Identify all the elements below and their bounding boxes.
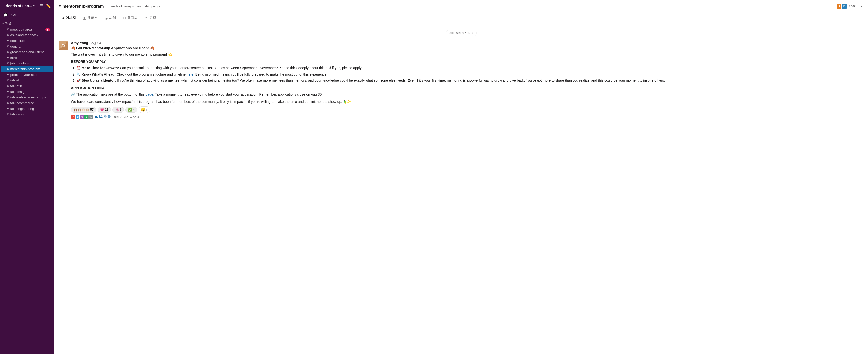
channel-label: talk-ecommerce xyxy=(10,101,34,105)
messages-tab-label: 메시지 xyxy=(66,16,76,20)
sender-name[interactable]: Amy Yang xyxy=(71,41,88,45)
unread-badge: 8 xyxy=(45,28,50,31)
bookmarks-tab-label: 책갈피 xyxy=(127,16,138,20)
workspace-name-text: Friends of Len... xyxy=(3,4,32,8)
hash-icon: # xyxy=(7,107,9,110)
list-item-1: ⏰ Make Time for Growth: Can you commit t… xyxy=(76,66,864,71)
reaction-clapping[interactable]: 🙌🏾🙌🏽🙌🏻🙌🏼 57 xyxy=(71,107,96,112)
sender-avatar[interactable]: AY xyxy=(59,41,68,50)
member-count: 1,564 xyxy=(848,4,857,8)
sidebar-header: Friends of Len... ▾ ☰ ✏️ xyxy=(0,0,54,11)
workspace-chevron-icon: ▾ xyxy=(33,4,34,7)
sidebar-item-talk-design[interactable]: #talk-design xyxy=(1,89,53,95)
workspace-name[interactable]: Friends of Len... ▾ xyxy=(3,4,34,8)
date-pill[interactable]: 8월 20일 화요일 ▾ xyxy=(445,30,477,36)
reaction-heart-emoji: 💗 xyxy=(100,108,104,111)
reaction-check-emoji: ✅ xyxy=(128,108,132,111)
list-item-2: 🔍 Know What's Ahead: Check out the progr… xyxy=(76,72,864,77)
sidebar-item-meet-bay-area[interactable]: #meet-bay-area8 xyxy=(1,27,53,32)
date-divider: 8월 20일 화요일 ▾ xyxy=(54,30,868,36)
sidebar-item-talk-b2b[interactable]: #talk-b2b xyxy=(1,83,53,89)
sidebar-threads-item[interactable]: 💬 스레드 xyxy=(0,11,54,19)
avatar-stack: A B xyxy=(837,3,847,9)
hash-icon: # xyxy=(7,44,9,48)
sidebar-item-job-openings[interactable]: #job-openings xyxy=(1,61,53,66)
app-links-header: APPLICATION LINKS: xyxy=(71,86,106,90)
channel-label: book-club xyxy=(10,39,25,43)
sidebar-item-talk-ai[interactable]: #talk-ai xyxy=(1,77,53,83)
messages-tab-icon: ● xyxy=(62,16,64,20)
tab-bookmarks[interactable]: ⊟ 책갈피 xyxy=(120,13,141,23)
reaction-clapping-emoji: 🙌🏾🙌🏽🙌🏻🙌🏼 xyxy=(73,108,89,111)
hash-icon: # xyxy=(7,73,9,77)
reaction-check[interactable]: ✅ 4 xyxy=(125,107,137,112)
date-label: 8월 20일 화요일 xyxy=(449,31,471,35)
message-row: AY Amy Yang 오전 1:45 🍂 Fall 2024 Mentorsh… xyxy=(54,39,868,121)
member-avatars-group[interactable]: A B 1,564 xyxy=(837,3,857,9)
sidebar-item-general[interactable]: #general xyxy=(1,43,53,49)
tab-files[interactable]: ◎ 파일 xyxy=(101,13,120,23)
hash-symbol: # xyxy=(59,4,61,9)
topbar: # mentorship-program Friends of Lenny's … xyxy=(54,0,868,13)
channel-label: intros xyxy=(10,56,19,60)
channel-label: talk-early-stage-startups xyxy=(10,96,46,99)
tabs-bar: ● 메시지 ◫ 캔버스 ◎ 파일 ⊟ 책갈피 ✦ 고정 xyxy=(54,13,868,23)
hash-icon: # xyxy=(7,56,9,60)
canvas-tab-label: 캔버스 xyxy=(88,16,98,20)
reaction-heart-count: 12 xyxy=(105,108,108,111)
channel-label: asks-and-feedback xyxy=(10,33,38,37)
sidebar-item-talk-early-stage-startups[interactable]: #talk-early-stage-startups xyxy=(1,95,53,100)
main-panel: # mentorship-program Friends of Lenny's … xyxy=(54,0,868,354)
tab-messages[interactable]: ● 메시지 xyxy=(59,13,80,23)
before-you-apply-header: BEFORE YOU APPLY: xyxy=(71,60,107,64)
files-tab-icon: ◎ xyxy=(105,16,108,20)
reaction-unicorn-count: 6 xyxy=(120,108,122,111)
reply-count-label[interactable]: 9개의 댓글 xyxy=(95,115,111,119)
sidebar-header-icons: ☰ ✏️ xyxy=(40,3,51,8)
hash-icon: # xyxy=(7,112,9,116)
message-header: Amy Yang 오전 1:45 xyxy=(71,41,864,45)
channel-label: job-openings xyxy=(10,62,29,65)
app-links-body: 🔗 The application links are at the botto… xyxy=(71,92,864,97)
replies-row[interactable]: A B C D +1 9개의 댓글 29일 전 마지막 댓글 xyxy=(71,114,864,120)
reactions-row: 🙌🏾🙌🏽🙌🏻🙌🏼 57 💗 12 🦄 6 ✅ 4 xyxy=(71,106,864,113)
add-reaction-button[interactable]: 😊+ xyxy=(138,106,150,113)
channel-label: great-reads-and-listens xyxy=(10,50,44,54)
avatar-2: B xyxy=(841,3,847,9)
reaction-unicorn[interactable]: 🦄 6 xyxy=(113,107,124,112)
sidebar-item-talk-engineering[interactable]: #talk-engineering xyxy=(1,106,53,111)
channel-label: general xyxy=(10,44,22,48)
sidebar-item-promote-your-stuff[interactable]: #promote-your-stuff xyxy=(1,72,53,77)
sidebar-item-intros[interactable]: #intros xyxy=(1,55,53,61)
tab-pinned[interactable]: ✦ 고정 xyxy=(141,13,159,23)
channels-section-header[interactable]: ▾ 채널 xyxy=(0,19,54,27)
channel-label: talk-b2b xyxy=(10,84,22,88)
here-link[interactable]: here xyxy=(187,72,193,76)
sidebar-item-book-club[interactable]: #book-club xyxy=(1,38,53,43)
sidebar-item-mentorship-program[interactable]: #mentorship-program xyxy=(1,66,53,72)
hash-icon: # xyxy=(7,84,9,88)
filter-icon[interactable]: ☰ xyxy=(40,3,43,8)
add-reaction-icon: 😊+ xyxy=(141,107,148,111)
message-intro: The wait is over – it's time to dive int… xyxy=(71,52,864,57)
more-options-icon[interactable]: ⋮ xyxy=(859,4,864,9)
channel-label: talk-growth xyxy=(10,112,27,116)
hash-icon: # xyxy=(7,67,9,71)
pinned-tab-label: 고정 xyxy=(149,16,156,20)
reaction-heart[interactable]: 💗 12 xyxy=(98,107,111,112)
sidebar-item-great-reads-and-listens[interactable]: #great-reads-and-listens xyxy=(1,49,53,55)
sidebar-item-talk-growth[interactable]: #talk-growth xyxy=(1,111,53,117)
channel-label: talk-ai xyxy=(10,78,19,82)
hash-icon: # xyxy=(7,96,9,99)
message-content: Amy Yang 오전 1:45 🍂 Fall 2024 Mentorship … xyxy=(71,41,864,120)
threads-icon: 💬 xyxy=(3,13,8,17)
page-link[interactable]: page xyxy=(146,92,153,96)
hash-icon: # xyxy=(7,78,9,82)
sidebar-item-talk-ecommerce[interactable]: #talk-ecommerce xyxy=(1,100,53,106)
message-time: 오전 1:45 xyxy=(90,41,102,45)
tab-canvas[interactable]: ◫ 캔버스 xyxy=(80,13,101,23)
list-item-3: 🚀 Step Up as a Mentor: If you're thinkin… xyxy=(76,78,864,83)
closing-text: We have heard consistently how impactful… xyxy=(71,99,864,105)
sidebar-item-asks-and-feedback[interactable]: #asks-and-feedback xyxy=(1,32,53,38)
compose-icon[interactable]: ✏️ xyxy=(46,3,51,8)
